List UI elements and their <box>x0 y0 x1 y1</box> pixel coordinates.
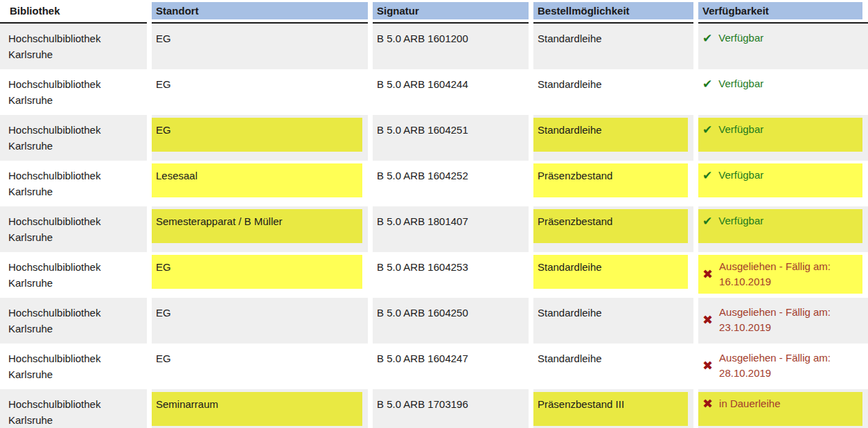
location-value: Lesesaal <box>152 163 362 197</box>
signature-cell: B 5.0 ARB 1703196 <box>373 389 529 428</box>
signature-cell: B 5.0 ARB 1604252 <box>373 161 529 206</box>
table-row: Hochschulbibliothek Karlsru­heEGB 5.0 AR… <box>0 298 868 344</box>
availability-cell: ✔Verfügbar <box>698 206 868 252</box>
library-cell: Hochschulbibliothek Karlsru­he <box>0 206 147 252</box>
unavailable-cross-icon: ✖ <box>702 359 713 372</box>
signature-cell: B 5.0 ARB 1601200 <box>373 24 529 69</box>
order-option-cell: Präsenzbestand <box>533 206 693 252</box>
signature-value: B 5.0 ARB 1604250 <box>373 301 523 335</box>
signature-value: B 5.0 ARB 1604252 <box>373 163 523 197</box>
order-option-value: Standardleihe <box>533 72 688 106</box>
signature-value: B 5.0 ARB 1604244 <box>373 72 523 106</box>
library-name: Hochschulbibliothek Karlsru­he <box>0 346 142 386</box>
available-check-icon: ✔ <box>702 78 712 90</box>
table-row: Hochschulbibliothek Karlsru­heSemesterap… <box>0 206 868 252</box>
location-value: EG <box>152 301 362 335</box>
availability-text: Verfügbar <box>718 213 763 229</box>
order-option-cell: Standardleihe <box>533 252 693 298</box>
signature-cell: B 5.0 ARB 1604251 <box>373 115 529 161</box>
availability-cell: ✔Verfügbar <box>698 115 868 161</box>
availability-content: ✖Ausgeliehen - Fällig am: 23.10.2019 <box>698 301 862 339</box>
library-cell: Hochschulbibliothek Karlsru­he <box>0 389 147 428</box>
availability-cell: ✔Verfügbar <box>698 24 868 69</box>
table-header-row: Bibliothek Standort Signatur Bestellmögl… <box>0 0 868 24</box>
signature-value: B 5.0 ARB 1703196 <box>373 392 523 426</box>
order-option-value: Standardleihe <box>533 118 688 152</box>
availability-column-label: Verfügbarkeit <box>698 2 862 19</box>
availability-content: ✖Ausgeliehen - Fällig am: 28.10.2019 <box>698 346 862 385</box>
location-column-header: Standort <box>152 0 368 24</box>
location-value: Semesterapparat / B Müller <box>152 209 362 243</box>
order-option-value: Standardleihe <box>533 26 688 60</box>
library-cell: Hochschulbibliothek Karlsru­he <box>0 252 147 298</box>
location-value: EG <box>152 118 362 152</box>
order-option-value: Präsenzbestand III <box>533 392 688 426</box>
availability-row: ✖in Dauerleihe <box>702 396 858 411</box>
availability-row: ✔Verfügbar <box>702 168 858 183</box>
signature-cell: B 5.0 ARB 1801407 <box>373 206 529 252</box>
available-check-icon: ✔ <box>702 124 712 136</box>
availability-text: Verfügbar <box>718 76 763 91</box>
signature-cell: B 5.0 ARB 1604253 <box>373 252 529 298</box>
order-option-value: Standardleihe <box>533 301 688 335</box>
signature-value: B 5.0 ARB 1801407 <box>373 209 523 243</box>
library-cell: Hochschulbibliothek Karlsru­he <box>0 344 147 389</box>
availability-text: in Dauerleihe <box>719 396 780 411</box>
availability-table: Bibliothek Standort Signatur Bestellmögl… <box>0 0 868 428</box>
signature-column-label: Signatur <box>373 2 529 19</box>
table-body: Hochschulbibliothek Karlsru­heEGB 5.0 AR… <box>0 24 868 428</box>
library-name: Hochschulbibliothek Karlsru­he <box>0 163 142 204</box>
available-check-icon: ✔ <box>702 33 712 44</box>
library-column-label: Bibliothek <box>0 2 147 19</box>
availability-cell: ✖in Dauerleihe <box>698 389 868 428</box>
availability-row: ✔Verfügbar <box>702 30 858 46</box>
location-value: EG <box>152 26 362 60</box>
table-row: Hochschulbibliothek Karlsru­heEGB 5.0 AR… <box>0 252 868 298</box>
location-value: Seminarraum <box>152 392 362 426</box>
available-check-icon: ✔ <box>702 215 712 227</box>
location-column-label: Standort <box>152 2 368 19</box>
location-cell: EG <box>152 115 368 161</box>
availability-content: ✖Ausgeliehen - Fällig am: 16.10.2019 <box>698 255 862 294</box>
availability-row: ✔Verfügbar <box>702 213 858 229</box>
availability-cell: ✖Ausgeliehen - Fällig am: 16.10.2019 <box>698 252 868 298</box>
availability-content: ✔Verfügbar <box>698 26 862 60</box>
availability-row: ✔Verfügbar <box>702 122 858 137</box>
availability-row: ✖Ausgeliehen - Fällig am: 16.10.2019 <box>702 259 858 289</box>
availability-content: ✖in Dauerleihe <box>698 392 862 426</box>
signature-column-header: Signatur <box>373 0 529 24</box>
availability-text: Verfügbar <box>718 30 763 46</box>
table-row: Hochschulbibliothek Karlsru­heLesesaalB … <box>0 161 868 206</box>
location-value: EG <box>152 72 362 106</box>
signature-value: B 5.0 ARB 1601200 <box>373 26 523 60</box>
availability-cell: ✖Ausgeliehen - Fällig am: 28.10.2019 <box>698 344 868 389</box>
order-option-cell: Standardleihe <box>533 344 693 389</box>
availability-row: ✔Verfügbar <box>702 76 858 91</box>
unavailable-cross-icon: ✖ <box>702 398 713 410</box>
signature-cell: B 5.0 ARB 1604247 <box>373 344 529 389</box>
order-option-cell: Standardleihe <box>533 69 693 115</box>
location-cell: EG <box>152 252 368 298</box>
library-name: Hochschulbibliothek Karlsru­he <box>0 209 142 249</box>
table-row: Hochschulbibliothek Karlsru­heEGB 5.0 AR… <box>0 344 868 389</box>
library-name: Hochschulbibliothek Karlsru­he <box>0 26 142 66</box>
availability-content: ✔Verfügbar <box>698 118 862 152</box>
availability-cell: ✔Verfügbar <box>698 161 868 206</box>
unavailable-cross-icon: ✖ <box>702 314 713 326</box>
library-name: Hochschulbibliothek Karlsru­he <box>0 392 142 428</box>
order-option-cell: Präsenzbestand <box>533 161 693 206</box>
library-name: Hochschulbibliothek Karlsru­he <box>0 301 142 341</box>
library-name: Hochschulbibliothek Karlsru­he <box>0 72 142 112</box>
library-cell: Hochschulbibliothek Karlsru­he <box>0 69 147 115</box>
location-cell: EG <box>152 24 368 69</box>
order-option-column-label: Bestellmöglichkeit <box>533 2 693 19</box>
library-column-header: Bibliothek <box>0 0 147 24</box>
availability-text: Ausgeliehen - Fällig am: 16.10.2019 <box>719 259 858 289</box>
location-cell: Semesterapparat / B Müller <box>152 206 368 252</box>
order-option-cell: Standardleihe <box>533 298 693 344</box>
availability-column-header: Verfügbarkeit <box>698 0 868 24</box>
order-option-cell: Standardleihe <box>533 115 693 161</box>
availability-content: ✔Verfügbar <box>698 163 862 197</box>
availability-content: ✔Verfügbar <box>698 72 862 106</box>
order-option-value: Präsenzbestand <box>533 163 688 197</box>
